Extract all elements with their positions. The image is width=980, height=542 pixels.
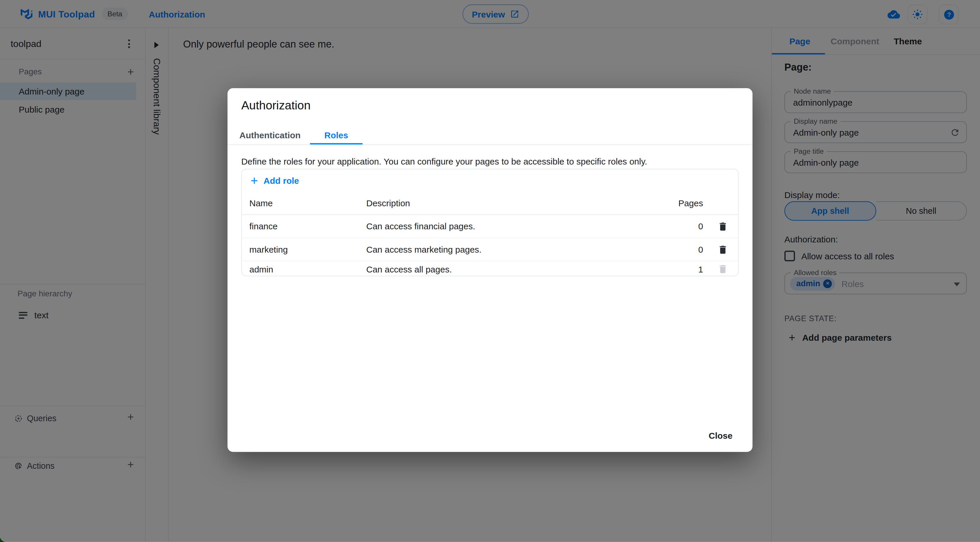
tab-roles[interactable]: Roles: [310, 130, 363, 140]
divider: [228, 144, 752, 145]
col-header-name: Name: [250, 198, 366, 208]
col-header-pages: Pages: [667, 198, 703, 208]
add-role-button[interactable]: + Add role: [242, 169, 738, 191]
role-name: finance: [250, 222, 366, 231]
role-name: marketing: [250, 244, 366, 254]
roles-description: Define the roles for your application. Y…: [241, 156, 647, 166]
authorization-dialog: Authorization Authentication Roles Defin…: [228, 88, 752, 452]
roles-table-header: Name Description Pages: [242, 191, 738, 215]
plus-icon: +: [251, 174, 258, 187]
trash-icon: [718, 244, 728, 255]
role-name: admin: [250, 264, 366, 274]
col-header-description: Description: [366, 198, 667, 208]
dialog-title: Authorization: [241, 99, 310, 113]
role-description: Can access marketing pages.: [366, 244, 667, 254]
delete-role-button[interactable]: [703, 221, 731, 232]
role-description: Can access all pages.: [366, 264, 667, 274]
close-button[interactable]: Close: [702, 426, 740, 446]
delete-role-button-disabled: [703, 264, 731, 274]
add-role-label: Add role: [264, 175, 299, 185]
role-pages-count: 0: [667, 222, 703, 231]
delete-role-button[interactable]: [703, 244, 731, 255]
screen: MUI Toolpad Beta Authorization Preview ?…: [0, 0, 980, 542]
toolpad-app-window: MUI Toolpad Beta Authorization Preview ?…: [0, 0, 980, 542]
table-row-admin[interactable]: admin Can access all pages. 1: [242, 261, 738, 276]
roles-table-container: + Add role Name Description Pages financ…: [241, 169, 739, 277]
table-row-finance[interactable]: finance Can access financial pages. 0: [242, 215, 738, 238]
role-pages-count: 1: [667, 264, 703, 274]
trash-icon: [718, 264, 728, 274]
table-row-marketing[interactable]: marketing Can access marketing pages. 0: [242, 238, 738, 261]
tab-authentication[interactable]: Authentication: [239, 130, 301, 140]
trash-icon: [718, 221, 728, 232]
role-pages-count: 0: [667, 244, 703, 254]
role-description: Can access financial pages.: [366, 222, 667, 231]
